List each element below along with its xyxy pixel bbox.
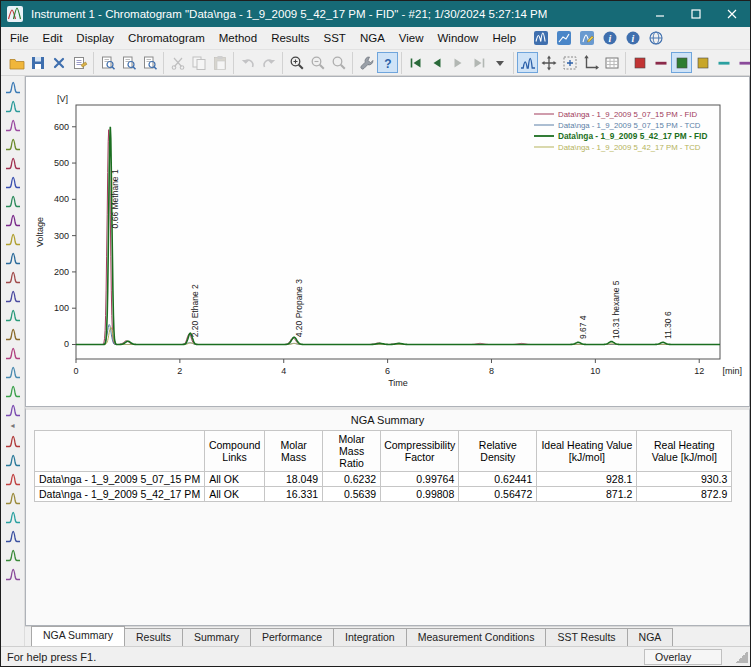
save-icon[interactable] — [27, 52, 48, 73]
sidebar-peak-icon-8[interactable] — [3, 210, 23, 229]
signal-color-olive-icon[interactable] — [692, 52, 713, 73]
tab-performance[interactable]: Performance — [250, 628, 334, 646]
tab-sst-results[interactable]: SST Results — [545, 628, 627, 646]
fit-to-window-icon[interactable] — [559, 52, 580, 73]
chromatogram-list-dropdown-icon[interactable] — [489, 52, 510, 73]
sidebar-peak-icon-1[interactable] — [3, 77, 23, 96]
table-cell[interactable]: 872.9 — [637, 487, 732, 502]
sidebar-peak-icon-10[interactable] — [3, 248, 23, 267]
minimize-button[interactable] — [642, 1, 678, 27]
signal-color-red-icon[interactable] — [629, 52, 650, 73]
instrument-window-icon[interactable] — [531, 29, 551, 48]
sidebar-peak-icon-2[interactable] — [3, 96, 23, 115]
signal-color-green-icon[interactable] — [671, 52, 692, 73]
row-label[interactable]: Data\nga - 1_9_2009 5_07_15 PM — [35, 472, 205, 487]
sidebar-peak-icon-9[interactable] — [3, 229, 23, 248]
tab-measurement-conditions[interactable]: Measurement Conditions — [406, 628, 547, 646]
column-header[interactable]: Molar Mass Ratio — [323, 431, 381, 472]
sidebar-peak-icon-24[interactable] — [3, 507, 23, 526]
sidebar-peak-icon-20[interactable] — [3, 431, 23, 450]
table-cell[interactable]: 18.049 — [265, 472, 323, 487]
sidebar-peak-icon-27[interactable] — [3, 564, 23, 583]
sidebar-peak-icon-11[interactable] — [3, 267, 23, 286]
calibration-window-icon[interactable] — [554, 29, 574, 48]
maximize-button[interactable] — [678, 1, 714, 27]
sidebar-peak-icon-7[interactable] — [3, 191, 23, 210]
move-signal-icon[interactable] — [538, 52, 559, 73]
resize-grip-icon[interactable] — [736, 651, 748, 663]
nga-summary-table[interactable]: Compound LinksMolar MassMolar Mass Ratio… — [34, 430, 732, 502]
row-label[interactable]: Data\nga - 1_9_2009 5_42_17 PM — [35, 487, 205, 502]
column-header[interactable]: Real Heating Value [kJ/mol] — [637, 431, 732, 472]
previous-chromatogram-icon[interactable] — [426, 52, 447, 73]
sidebar-peak-icon-3[interactable] — [3, 115, 23, 134]
overlay-mode-icon[interactable] — [517, 52, 538, 73]
menu-nga[interactable]: NGA — [353, 29, 392, 47]
table-cell[interactable]: 0.6232 — [323, 472, 381, 487]
print-preview-icon[interactable] — [97, 52, 118, 73]
open-chromatogram-icon[interactable] — [6, 52, 27, 73]
sidebar-peak-icon-17[interactable] — [3, 381, 23, 400]
menu-display[interactable]: Display — [69, 29, 121, 47]
signal-color-darkred-icon[interactable] — [650, 52, 671, 73]
menu-edit[interactable]: Edit — [36, 29, 70, 47]
tab-nga[interactable]: NGA — [627, 628, 674, 646]
context-help-icon[interactable]: ? — [377, 52, 398, 73]
menu-view[interactable]: View — [392, 29, 431, 47]
method-setup-icon[interactable] — [577, 29, 597, 48]
column-header[interactable]: Molar Mass — [265, 431, 323, 472]
export-data-icon[interactable] — [139, 52, 160, 73]
table-cell[interactable]: 0.56472 — [459, 487, 537, 502]
menu-results[interactable]: Results — [264, 29, 316, 47]
tab-results[interactable]: Results — [124, 628, 183, 646]
menu-method[interactable]: Method — [212, 29, 264, 47]
table-cell[interactable]: 0.99764 — [381, 472, 459, 487]
menu-window[interactable]: Window — [431, 29, 486, 47]
chromatogram-svg[interactable]: 02468101201002003004005006000.66 Methane… — [32, 91, 744, 393]
scale-axes-icon[interactable] — [580, 52, 601, 73]
sidebar-peak-icon-18[interactable] — [3, 400, 23, 419]
chromatogram-chart[interactable]: 02468101201002003004005006000.66 Methane… — [26, 77, 749, 397]
sidebar-peak-icon-14[interactable] — [3, 324, 23, 343]
sidebar-peak-icon-23[interactable] — [3, 488, 23, 507]
sidebar-peak-icon-16[interactable] — [3, 362, 23, 381]
data-acquisition-icon[interactable]: i — [623, 29, 643, 48]
menu-chromatogram[interactable]: Chromatogram — [121, 29, 212, 47]
tab-integration[interactable]: Integration — [333, 628, 407, 646]
close-button[interactable] — [714, 1, 750, 27]
device-monitor-icon[interactable]: i — [600, 29, 620, 48]
table-cell[interactable]: 930.3 — [637, 472, 732, 487]
report-setup-icon[interactable] — [69, 52, 90, 73]
zoom-in-icon[interactable] — [286, 52, 307, 73]
help-web-icon[interactable] — [646, 29, 666, 48]
table-cell[interactable]: 0.5639 — [323, 487, 381, 502]
signal-color-purple-icon[interactable] — [734, 52, 751, 73]
table-cell[interactable]: 0.62441 — [459, 472, 537, 487]
menu-help[interactable]: Help — [485, 29, 523, 47]
sidebar-peak-icon-12[interactable] — [3, 286, 23, 305]
signal-color-teal-icon[interactable] — [713, 52, 734, 73]
sidebar-peak-icon-21[interactable] — [3, 450, 23, 469]
menu-sst[interactable]: SST — [317, 29, 353, 47]
close-chromatogram-icon[interactable] — [48, 52, 69, 73]
first-chromatogram-icon[interactable] — [405, 52, 426, 73]
sidebar-peak-icon-26[interactable] — [3, 545, 23, 564]
column-header[interactable]: Ideal Heating Value [kJ/mol] — [537, 431, 637, 472]
chromatogram-panel[interactable]: 02468101201002003004005006000.66 Methane… — [25, 76, 750, 407]
properties-table-icon[interactable] — [601, 52, 622, 73]
tab-summary[interactable]: Summary — [182, 628, 251, 646]
print-icon[interactable] — [118, 52, 139, 73]
table-row[interactable]: Data\nga - 1_9_2009 5_07_15 PMAll OK18.0… — [35, 472, 732, 487]
sidebar-peak-icon-15[interactable] — [3, 343, 23, 362]
sidebar-peak-icon-22[interactable] — [3, 469, 23, 488]
sidebar-peak-icon-25[interactable] — [3, 526, 23, 545]
side-toolbar-scroll-icon[interactable]: ◂ — [4, 419, 22, 431]
table-cell[interactable]: 16.331 — [265, 487, 323, 502]
sidebar-peak-icon-5[interactable] — [3, 153, 23, 172]
tab-nga-summary[interactable]: NGA Summary — [31, 626, 125, 646]
column-header[interactable]: Relative Density — [459, 431, 537, 472]
column-header[interactable] — [35, 431, 205, 472]
table-cell[interactable]: 928.1 — [537, 472, 637, 487]
table-cell[interactable]: All OK — [205, 472, 265, 487]
sidebar-peak-icon-4[interactable] — [3, 134, 23, 153]
